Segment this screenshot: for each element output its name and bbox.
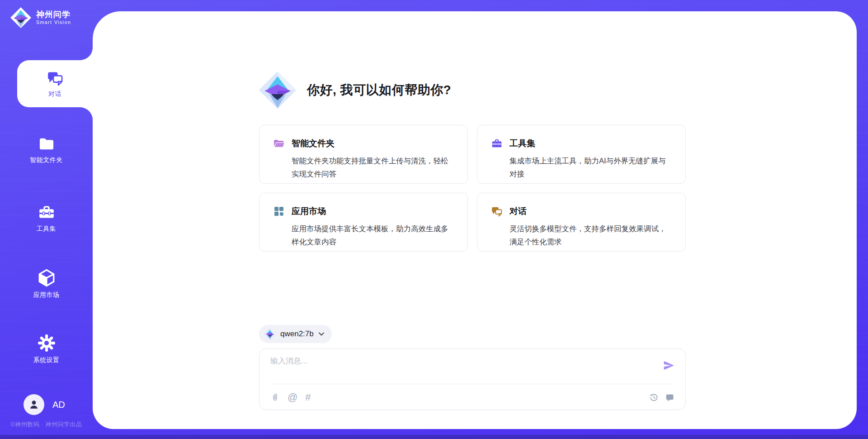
card-title: 应用市场 bbox=[292, 205, 326, 217]
sidebar-item-settings[interactable]: 系统设置 bbox=[0, 334, 93, 364]
diamond-logo-icon bbox=[10, 7, 32, 29]
chevron-down-icon bbox=[318, 332, 325, 336]
card-folders[interactable]: 智能文件夹 智能文件夹功能支持批量文件上传与清洗，轻松实现文件问答 bbox=[259, 125, 468, 184]
gear-icon bbox=[37, 334, 56, 353]
chat-icon bbox=[491, 205, 503, 217]
card-title: 工具集 bbox=[509, 138, 535, 149]
card-market[interactable]: 应用市场 应用市场提供丰富长文本模板，助力高效生成多样化文章内容 bbox=[259, 193, 468, 252]
sidebar-item-chat[interactable]: 对话 bbox=[17, 60, 93, 107]
grid-icon bbox=[273, 205, 285, 217]
briefcase-icon bbox=[37, 203, 56, 221]
model-selector[interactable]: qwen2:7b bbox=[259, 325, 332, 343]
sidebar-item-label: 对话 bbox=[48, 90, 61, 98]
card-title: 对话 bbox=[509, 205, 527, 217]
composer-toolbar-right bbox=[649, 393, 675, 402]
card-description: 智能文件夹功能支持批量文件上传与清洗，轻松实现文件问答 bbox=[292, 154, 455, 181]
brand: 神州问学 Smart Vision bbox=[10, 7, 71, 29]
sidebar-item-label: 系统设置 bbox=[33, 356, 60, 364]
sidebar-footer: ©神州数码 · 神州问学出品 bbox=[0, 420, 93, 429]
bottom-scroll-strip bbox=[0, 435, 868, 439]
send-icon[interactable] bbox=[663, 359, 675, 372]
user-chip[interactable]: AD bbox=[24, 394, 65, 415]
brand-title: 神州问学 bbox=[36, 10, 71, 19]
cube-icon bbox=[37, 268, 56, 287]
card-title: 智能文件夹 bbox=[292, 138, 335, 149]
greeting: 你好, 我可以如何帮助你? bbox=[258, 71, 451, 110]
card-tools[interactable]: 工具集 集成市场上主流工具，助力AI与外界无缝扩展与对接 bbox=[477, 125, 686, 184]
diamond-logo-icon bbox=[258, 71, 297, 110]
diamond-logo-icon bbox=[264, 328, 276, 340]
app-root: 神州问学 Smart Vision 对话 智能文件夹 工具集 bbox=[0, 0, 868, 439]
model-name: qwen2:7b bbox=[280, 329, 314, 339]
sidebar-item-label: 应用市场 bbox=[33, 291, 60, 299]
feature-cards: 智能文件夹 智能文件夹功能支持批量文件上传与清洗，轻松实现文件问答 工具集 集成… bbox=[259, 125, 686, 252]
chat-icon bbox=[46, 70, 64, 87]
sidebar-item-folders[interactable]: 智能文件夹 bbox=[0, 135, 93, 164]
brand-subtitle: Smart Vision bbox=[36, 19, 71, 25]
composer-divider bbox=[270, 384, 675, 384]
composer-toolbar: @ # bbox=[270, 390, 675, 405]
sidebar-item-label: 工具集 bbox=[37, 225, 57, 233]
tab-fillet-bottom bbox=[80, 107, 93, 120]
hash-icon[interactable]: # bbox=[305, 392, 311, 402]
briefcase-icon bbox=[491, 138, 503, 149]
folder-icon bbox=[37, 135, 56, 153]
card-description: 灵活切换多模型文件，支持多样回复效果调试，满足个性化需求 bbox=[509, 222, 673, 248]
user-name: AD bbox=[52, 400, 65, 410]
greeting-text: 你好, 我可以如何帮助你? bbox=[307, 81, 451, 99]
folder-open-icon bbox=[273, 138, 285, 149]
person-icon bbox=[28, 399, 40, 410]
avatar bbox=[24, 394, 44, 415]
at-icon[interactable]: @ bbox=[288, 392, 297, 402]
history-icon[interactable] bbox=[649, 393, 659, 402]
sidebar-item-market[interactable]: 应用市场 bbox=[0, 268, 93, 299]
card-chat[interactable]: 对话 灵活切换多模型文件，支持多样回复效果调试，满足个性化需求 bbox=[477, 193, 686, 252]
message-composer: @ # bbox=[259, 348, 686, 410]
sidebar-item-label: 智能文件夹 bbox=[30, 156, 63, 164]
message-input[interactable] bbox=[270, 356, 632, 381]
card-description: 应用市场提供丰富长文本模板，助力高效生成多样化文章内容 bbox=[292, 222, 455, 248]
sidebar-item-tools[interactable]: 工具集 bbox=[0, 203, 93, 233]
tab-fillet-top bbox=[80, 48, 93, 60]
card-description: 集成市场上主流工具，助力AI与外界无缝扩展与对接 bbox=[509, 154, 673, 181]
message-icon[interactable] bbox=[665, 393, 675, 402]
paperclip-icon[interactable] bbox=[270, 393, 280, 402]
